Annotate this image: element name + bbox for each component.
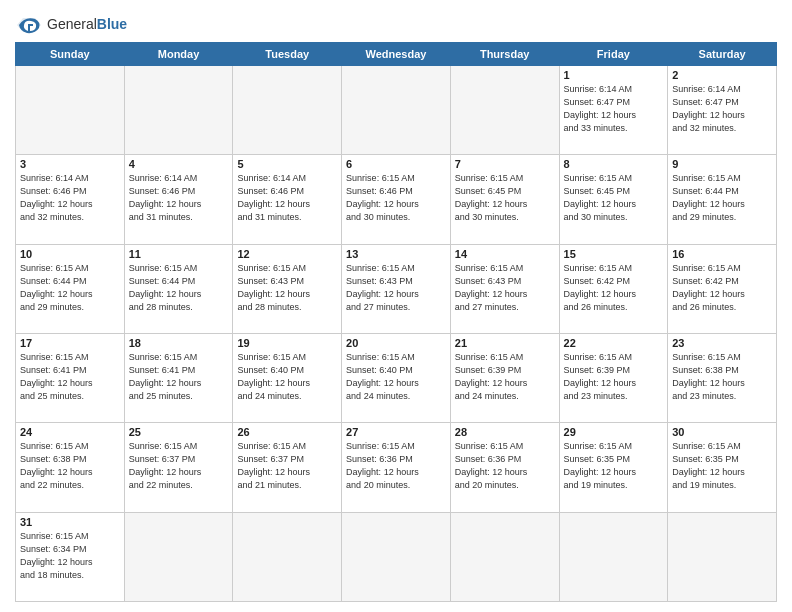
calendar-day-cell [450, 66, 559, 155]
day-info: Sunrise: 6:14 AM Sunset: 6:46 PM Dayligh… [20, 172, 120, 224]
weekday-header-friday: Friday [559, 43, 668, 66]
day-info: Sunrise: 6:15 AM Sunset: 6:41 PM Dayligh… [20, 351, 120, 403]
weekday-header-wednesday: Wednesday [342, 43, 451, 66]
logo-text-block: GeneralBlue [47, 17, 127, 32]
calendar-day-cell: 7Sunrise: 6:15 AM Sunset: 6:45 PM Daylig… [450, 155, 559, 244]
calendar-day-cell [342, 66, 451, 155]
calendar-day-cell: 21Sunrise: 6:15 AM Sunset: 6:39 PM Dayli… [450, 333, 559, 422]
weekday-header-saturday: Saturday [668, 43, 777, 66]
day-info: Sunrise: 6:15 AM Sunset: 6:43 PM Dayligh… [455, 262, 555, 314]
day-number: 27 [346, 426, 446, 438]
calendar-day-cell: 17Sunrise: 6:15 AM Sunset: 6:41 PM Dayli… [16, 333, 125, 422]
weekday-header-tuesday: Tuesday [233, 43, 342, 66]
calendar-day-cell: 11Sunrise: 6:15 AM Sunset: 6:44 PM Dayli… [124, 244, 233, 333]
day-info: Sunrise: 6:14 AM Sunset: 6:47 PM Dayligh… [672, 83, 772, 135]
logo-blue: Blue [97, 16, 127, 32]
day-info: Sunrise: 6:15 AM Sunset: 6:42 PM Dayligh… [564, 262, 664, 314]
day-number: 15 [564, 248, 664, 260]
calendar-week-row: 1Sunrise: 6:14 AM Sunset: 6:47 PM Daylig… [16, 66, 777, 155]
day-info: Sunrise: 6:15 AM Sunset: 6:35 PM Dayligh… [564, 440, 664, 492]
calendar-day-cell: 2Sunrise: 6:14 AM Sunset: 6:47 PM Daylig… [668, 66, 777, 155]
day-number: 21 [455, 337, 555, 349]
day-info: Sunrise: 6:15 AM Sunset: 6:39 PM Dayligh… [564, 351, 664, 403]
day-info: Sunrise: 6:15 AM Sunset: 6:36 PM Dayligh… [455, 440, 555, 492]
calendar-day-cell: 3Sunrise: 6:14 AM Sunset: 6:46 PM Daylig… [16, 155, 125, 244]
day-number: 23 [672, 337, 772, 349]
calendar-day-cell: 29Sunrise: 6:15 AM Sunset: 6:35 PM Dayli… [559, 423, 668, 512]
calendar-day-cell: 9Sunrise: 6:15 AM Sunset: 6:44 PM Daylig… [668, 155, 777, 244]
calendar-day-cell: 13Sunrise: 6:15 AM Sunset: 6:43 PM Dayli… [342, 244, 451, 333]
calendar-day-cell [450, 512, 559, 601]
day-number: 20 [346, 337, 446, 349]
day-number: 11 [129, 248, 229, 260]
calendar-day-cell: 23Sunrise: 6:15 AM Sunset: 6:38 PM Dayli… [668, 333, 777, 422]
day-number: 8 [564, 158, 664, 170]
day-info: Sunrise: 6:15 AM Sunset: 6:38 PM Dayligh… [672, 351, 772, 403]
day-number: 16 [672, 248, 772, 260]
calendar-day-cell: 12Sunrise: 6:15 AM Sunset: 6:43 PM Dayli… [233, 244, 342, 333]
calendar-week-row: 3Sunrise: 6:14 AM Sunset: 6:46 PM Daylig… [16, 155, 777, 244]
calendar-week-row: 17Sunrise: 6:15 AM Sunset: 6:41 PM Dayli… [16, 333, 777, 422]
calendar-day-cell: 18Sunrise: 6:15 AM Sunset: 6:41 PM Dayli… [124, 333, 233, 422]
day-info: Sunrise: 6:15 AM Sunset: 6:44 PM Dayligh… [672, 172, 772, 224]
calendar-day-cell [233, 512, 342, 601]
day-info: Sunrise: 6:15 AM Sunset: 6:42 PM Dayligh… [672, 262, 772, 314]
calendar-week-row: 24Sunrise: 6:15 AM Sunset: 6:38 PM Dayli… [16, 423, 777, 512]
calendar-day-cell: 5Sunrise: 6:14 AM Sunset: 6:46 PM Daylig… [233, 155, 342, 244]
calendar-day-cell: 20Sunrise: 6:15 AM Sunset: 6:40 PM Dayli… [342, 333, 451, 422]
weekday-header-monday: Monday [124, 43, 233, 66]
day-number: 9 [672, 158, 772, 170]
day-number: 31 [20, 516, 120, 528]
calendar-day-cell [124, 66, 233, 155]
day-info: Sunrise: 6:15 AM Sunset: 6:43 PM Dayligh… [346, 262, 446, 314]
generalblue-logo-icon [15, 14, 43, 36]
day-info: Sunrise: 6:15 AM Sunset: 6:44 PM Dayligh… [129, 262, 229, 314]
day-info: Sunrise: 6:15 AM Sunset: 6:34 PM Dayligh… [20, 530, 120, 582]
calendar-day-cell [124, 512, 233, 601]
calendar-day-cell: 24Sunrise: 6:15 AM Sunset: 6:38 PM Dayli… [16, 423, 125, 512]
day-info: Sunrise: 6:14 AM Sunset: 6:47 PM Dayligh… [564, 83, 664, 135]
day-number: 24 [20, 426, 120, 438]
day-number: 19 [237, 337, 337, 349]
day-info: Sunrise: 6:15 AM Sunset: 6:40 PM Dayligh… [237, 351, 337, 403]
day-number: 29 [564, 426, 664, 438]
day-number: 18 [129, 337, 229, 349]
day-number: 7 [455, 158, 555, 170]
day-info: Sunrise: 6:14 AM Sunset: 6:46 PM Dayligh… [129, 172, 229, 224]
calendar-day-cell [233, 66, 342, 155]
day-number: 30 [672, 426, 772, 438]
day-info: Sunrise: 6:15 AM Sunset: 6:45 PM Dayligh… [564, 172, 664, 224]
calendar-day-cell: 16Sunrise: 6:15 AM Sunset: 6:42 PM Dayli… [668, 244, 777, 333]
calendar-day-cell [559, 512, 668, 601]
day-number: 2 [672, 69, 772, 81]
weekday-header-sunday: Sunday [16, 43, 125, 66]
day-number: 5 [237, 158, 337, 170]
day-info: Sunrise: 6:14 AM Sunset: 6:46 PM Dayligh… [237, 172, 337, 224]
calendar-week-row: 10Sunrise: 6:15 AM Sunset: 6:44 PM Dayli… [16, 244, 777, 333]
weekday-header-thursday: Thursday [450, 43, 559, 66]
day-number: 14 [455, 248, 555, 260]
day-number: 12 [237, 248, 337, 260]
logo-general: General [47, 16, 97, 32]
day-number: 1 [564, 69, 664, 81]
calendar-day-cell: 15Sunrise: 6:15 AM Sunset: 6:42 PM Dayli… [559, 244, 668, 333]
day-info: Sunrise: 6:15 AM Sunset: 6:37 PM Dayligh… [237, 440, 337, 492]
day-info: Sunrise: 6:15 AM Sunset: 6:36 PM Dayligh… [346, 440, 446, 492]
day-info: Sunrise: 6:15 AM Sunset: 6:46 PM Dayligh… [346, 172, 446, 224]
calendar-day-cell [668, 512, 777, 601]
day-number: 4 [129, 158, 229, 170]
day-number: 22 [564, 337, 664, 349]
day-info: Sunrise: 6:15 AM Sunset: 6:38 PM Dayligh… [20, 440, 120, 492]
day-info: Sunrise: 6:15 AM Sunset: 6:35 PM Dayligh… [672, 440, 772, 492]
day-number: 3 [20, 158, 120, 170]
day-info: Sunrise: 6:15 AM Sunset: 6:44 PM Dayligh… [20, 262, 120, 314]
calendar-day-cell: 6Sunrise: 6:15 AM Sunset: 6:46 PM Daylig… [342, 155, 451, 244]
page: GeneralBlue SundayMondayTuesdayWednesday… [0, 0, 792, 612]
calendar-day-cell: 8Sunrise: 6:15 AM Sunset: 6:45 PM Daylig… [559, 155, 668, 244]
calendar-table: SundayMondayTuesdayWednesdayThursdayFrid… [15, 42, 777, 602]
logo: GeneralBlue [15, 10, 127, 36]
calendar-day-cell: 30Sunrise: 6:15 AM Sunset: 6:35 PM Dayli… [668, 423, 777, 512]
calendar-day-cell: 25Sunrise: 6:15 AM Sunset: 6:37 PM Dayli… [124, 423, 233, 512]
day-number: 26 [237, 426, 337, 438]
day-number: 10 [20, 248, 120, 260]
